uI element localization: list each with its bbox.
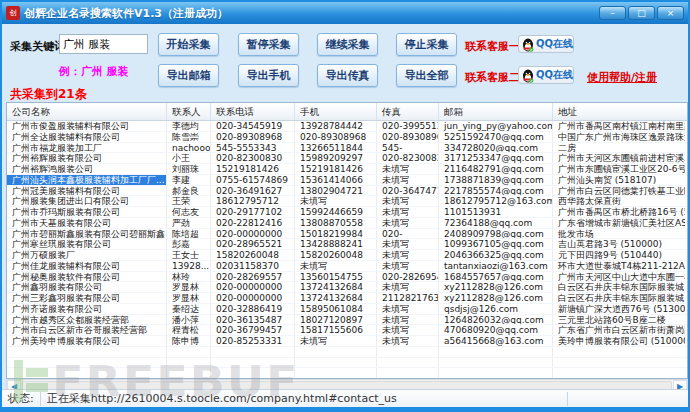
table-body: 广州市俊盈服装辅料有限公司李德均020-34545919139287844420… [7,121,687,379]
table-cell: 广州全达服装辅料有限公司 [7,132,167,142]
table-row[interactable]: 广州秘奥服装软件有限公司林玲020-2826955713560154755020… [7,272,687,283]
column-header[interactable]: 公司名称 [7,103,167,120]
help-register-link[interactable]: 使用帮助/注册 [587,70,657,85]
table-cell: 1099367105@qq.com [439,239,553,249]
table-cell: jun_ying_py@yahoo.com.cn [439,121,553,131]
table-cell: 二房 [553,143,685,153]
table-row[interactable]: 广州齐诺服装有限公司秦绍达020-3288641915895061084未填写q… [7,304,687,315]
table-cell: 15820260048 [295,250,377,260]
table-cell: tantanxiaozi@163.com [439,261,553,271]
table-row[interactable]: 广州裕辉服装有限公司小王020-8230083015989209297020-8… [7,153,687,164]
table-row[interactable]: 广州市白云区新市谷哥服装经营部程青松020-367994571581715560… [7,325,687,336]
table-row[interactable]: 广州万硕服装厂王女士1582026004815820260048未填写20463… [7,250,687,261]
column-header[interactable]: 传真 [377,103,439,120]
table-row[interactable]: 广州鑫羽服装有限公司罗显林020-0000000013724132684未填写x… [7,282,687,293]
table-row[interactable]: 广州裕辉鸿服装公司刘丽珠1521918142615219181426未填写211… [7,164,687,175]
table-cell: 秦绍达 [167,304,211,314]
table-row[interactable]: 广州市碧丽斯鑫服装有限公司碧丽斯鑫陈培超020-0000000015018219… [7,229,687,240]
table-cell: 广州市番禺区南村镇江南村南里路 [553,121,685,131]
table-cell: 未填写 [377,175,439,185]
table-cell: 020-89308968 [211,132,295,142]
table-cell: 广东省广州市白云区新市街萧岗路 [553,325,685,335]
table-cell: 未填写 [377,239,439,249]
table-row[interactable]: 广州冠美服装辅料有限公司郝金良020-364916271380290472102… [7,186,687,197]
table-cell: 王荣 [167,196,211,206]
table-cell: 18612795712 [211,196,295,206]
qq-online-label: QQ在线 [536,68,573,82]
table-cell: 020- [377,229,439,239]
export-email-button[interactable]: 导出邮箱 [158,64,219,87]
table-cell: 未填写 [295,336,377,346]
table-cell: 18612795712@163.com [439,196,553,206]
export-fax-button[interactable]: 导出传真 [317,64,378,87]
maximize-button[interactable]: □ [628,6,655,20]
table-cell: 广州市俊盈服装辅料有限公司 [7,121,167,131]
column-header[interactable]: 地址 [553,103,685,120]
table-cell: 潘小萍 [167,315,211,325]
keyword-input[interactable] [59,34,148,54]
table-cell: 15820260048 [211,250,295,260]
table-cell: 广州市越秀区众都服装经营部 [7,315,167,325]
table-cell: 未填写 [377,261,439,271]
table-cell: 程青松 [167,325,211,335]
table-cell: 13560154755 [295,272,377,282]
table-cell: 545- [377,143,439,153]
column-header[interactable]: 联系电话 [211,103,295,120]
qq-online-button-1[interactable]: QQ在线 [518,35,574,53]
table-cell: 13266511844 [295,143,377,153]
table-row[interactable]: 广州市越秀区众都服装经营部潘小萍020-3613548718027120897未… [7,315,687,326]
table-row[interactable]: 广州市福龙服装加工厂nachooo545-5553343132665118445… [7,143,687,154]
table-cell: 未填写 [295,196,377,206]
table-cell: 5251592470@qq.com [439,132,553,142]
table-row[interactable]: 广州三彩鑫羽服装有限公司罗显林020-000000001372413268421… [7,293,687,304]
table-cell: 李建 [167,175,211,185]
table-cell: 何志友 [167,207,211,217]
table-cell: 020-89308967 [377,132,439,142]
export-all-button[interactable]: 导出全部 [396,64,457,87]
minimize-button[interactable]: – [599,6,626,20]
table-row[interactable]: 广州全达服装辅料有限公司陈雪崇020-89308968020-893089680… [7,132,687,143]
export-mobile-button[interactable]: 导出手机 [238,64,299,87]
table-cell: nachooo [167,143,211,153]
stop-collect-button[interactable]: 停止采集 [396,33,457,56]
resume-collect-button[interactable]: 继续采集 [317,33,378,56]
table-cell: 广州市东圃镇宦溪工业区20-6号 [553,164,685,174]
table-row[interactable]: 广州寒丝琪服装有限公司彭嘉020-2896552113428888241未填写1… [7,239,687,250]
table-cell: 15817155606 [295,325,377,335]
table-row[interactable]: 广州市乔玛斯服装有限公司何志友020-2917710215992446659未填… [7,207,687,218]
table-cell: 广州市福龙服装加工厂 [7,143,167,153]
column-header[interactable]: 手机 [295,103,377,120]
pause-collect-button[interactable]: 暂停采集 [238,33,299,56]
column-header[interactable]: 邮箱 [439,103,553,120]
qq-online-label: QQ在线 [536,37,573,51]
close-button[interactable]: × [657,6,684,20]
qq-online-button-2[interactable]: QQ在线 [518,66,574,84]
table-cell: 15989209297 [295,153,377,163]
table-cell: 未填写 [377,282,439,292]
table-cell: 广州市白云区同德棠打铁基工业区 [553,186,685,196]
table-cell: 020-00000000 [211,282,295,292]
table-cell: 广州市白云区新市谷哥服装经营部 [7,325,167,335]
table-cell: 020-22812416 [211,218,295,228]
table-row[interactable]: 广州服装集团进出口有限公司王荣18612795712未填写未填写18612795… [7,196,687,207]
app-logo-icon: 创 [6,6,20,20]
column-header[interactable]: 联系人 [167,103,211,120]
qq-penguin-icon [522,37,534,51]
table-cell: 吉山英君路3号 (510000) [553,239,685,249]
table-cell: 罗显林 [167,293,211,303]
table-row[interactable]: 广州市俊盈服装辅料有限公司李德均020-34545919139287844420… [7,121,687,132]
table-row[interactable]: 广州汕头润本鑫极服装辅料加工厂厂...李建0755-61574869153614… [7,175,687,186]
table-cell: 020-85253331 [211,336,295,346]
table-cell: 未填写 [377,336,439,346]
keyword-example-label: 例：广州 服装 [59,64,129,79]
table-cell: 18027120897 [295,315,377,325]
table-row[interactable]: 广州佳龙服装辅料有限公司13928...02031158370未填写未填写tan… [7,261,687,272]
table-cell: 未填写 [377,315,439,325]
table-row[interactable]: 广州市天基服装有限公司严劲020-2281241613808870558未填写7… [7,218,687,229]
start-collect-button[interactable]: 开始采集 [158,33,219,56]
table-cell: 未填写 [377,325,439,335]
table-cell: 陈培超 [167,229,211,239]
table-row[interactable]: 广州美玲申博服装有限公司陈申博020-85253331未填写未填写a564156… [7,336,687,347]
titlebar: 创 创辉企业名录搜索软件V1.3（注册成功） – □ × [2,2,688,24]
table-cell: 未填写 [377,207,439,217]
